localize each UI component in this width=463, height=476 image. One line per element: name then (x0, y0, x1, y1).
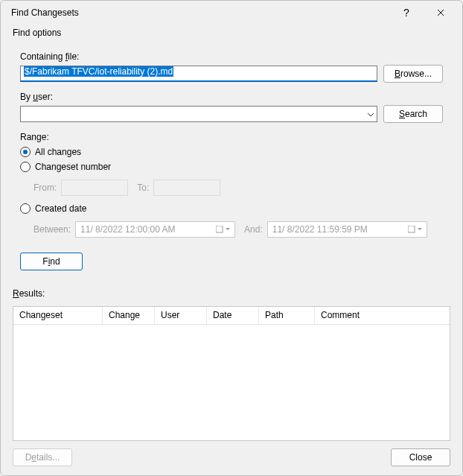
find-options-label: Find options (13, 28, 450, 38)
containing-file-label: Containing file: (20, 51, 443, 62)
chevron-down-icon (368, 109, 374, 119)
title-bar: Find Changesets ? (1, 1, 462, 25)
calendar-dropdown-icon (408, 226, 422, 233)
dialog-content: Find options Containing file: $/Fabrikam… (1, 25, 462, 475)
details-button: Details... (13, 448, 72, 466)
to-label: To: (137, 183, 149, 193)
created-date-inputs: Between: 11/ 8/2022 12:00:00 AM And: 11/… (33, 218, 443, 241)
date-to-input: 11/ 8/2022 11:59:59 PM (267, 221, 427, 238)
radio-created-date[interactable]: Created date (20, 203, 443, 214)
radio-icon (20, 162, 31, 172)
find-button[interactable]: Find (20, 253, 83, 270)
svg-rect-1 (408, 226, 415, 232)
search-button[interactable]: Search (383, 105, 443, 123)
browse-button[interactable]: Browse... (383, 65, 443, 83)
to-input (153, 180, 220, 196)
window-title: Find Changesets (11, 7, 389, 18)
col-path[interactable]: Path (259, 307, 315, 324)
date-from-input: 11/ 8/2022 12:00:00 AM (75, 221, 235, 238)
radio-icon (20, 147, 31, 157)
svg-rect-0 (216, 226, 223, 232)
find-options-group: Containing file: $/Fabrikam TFVC/iot-rel… (13, 42, 450, 278)
col-user[interactable]: User (155, 307, 207, 324)
help-button[interactable]: ? (389, 1, 424, 24)
col-comment[interactable]: Comment (315, 307, 450, 324)
results-label: Results: (13, 288, 450, 299)
by-user-label: By user: (20, 92, 443, 102)
radio-icon (20, 203, 31, 214)
calendar-dropdown-icon (216, 226, 230, 233)
from-input (61, 180, 128, 196)
between-label: Between: (33, 224, 71, 235)
help-icon: ? (403, 7, 409, 19)
find-changesets-dialog: Find Changesets ? Find options Containin… (0, 0, 463, 476)
col-change[interactable]: Change (103, 307, 155, 324)
from-label: From: (33, 183, 57, 193)
close-icon (437, 9, 444, 16)
by-user-combobox[interactable] (20, 106, 377, 122)
results-list[interactable]: Changeset Change User Date Path Comment (13, 306, 450, 441)
radio-changeset-number[interactable]: Changeset number (20, 162, 443, 172)
range-label: Range: (20, 132, 443, 142)
col-date[interactable]: Date (207, 307, 259, 324)
close-window-button[interactable] (424, 1, 458, 24)
containing-file-input[interactable]: $/Fabrikam TFVC/iot-reliability (2).md (20, 66, 377, 82)
dialog-footer: Details... Close (13, 441, 450, 466)
close-button[interactable]: Close (391, 448, 450, 466)
radio-all-changes[interactable]: All changes (20, 147, 443, 157)
col-changeset[interactable]: Changeset (13, 307, 103, 324)
and-label: And: (244, 224, 263, 235)
results-header: Changeset Change User Date Path Comment (13, 307, 450, 325)
changeset-number-inputs: From: To: (33, 177, 443, 199)
